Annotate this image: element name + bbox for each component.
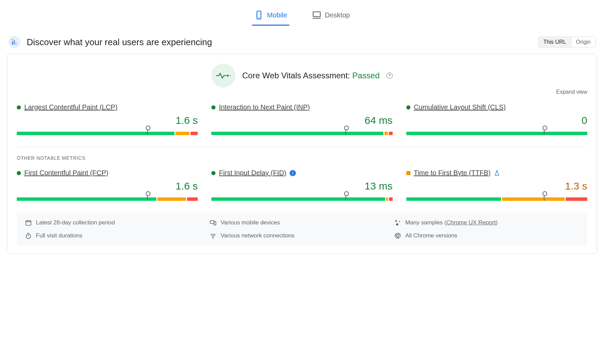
crux-report-link[interactable]: Chrome UX Report <box>446 219 496 226</box>
metric-ttfb-name[interactable]: Time to First Byte (TTFB) <box>414 169 491 177</box>
status-dot-icon <box>17 171 21 175</box>
metric-lcp-gauge <box>17 127 198 135</box>
svg-rect-6 <box>16 42 17 44</box>
status-dot-icon <box>211 105 215 109</box>
crux-badge-icon <box>8 36 21 48</box>
metric-ttfb-value: 1.3 s <box>406 180 587 192</box>
metric-lcp: Largest Contentful Paint (LCP) 1.6 s <box>17 103 198 135</box>
metric-fcp-name[interactable]: First Contentful Paint (FCP) <box>24 169 108 177</box>
stopwatch-icon <box>25 232 32 239</box>
metric-cls-gauge <box>406 127 587 135</box>
page-title: Discover what your real users are experi… <box>27 37 212 48</box>
assessment-label: Core Web Vitals Assessment: <box>242 71 352 80</box>
info-icon[interactable]: i <box>290 170 296 176</box>
tab-desktop-label: Desktop <box>325 11 350 19</box>
metric-fcp: First Contentful Paint (FCP) 1.6 s <box>17 169 198 201</box>
svg-point-17 <box>399 221 400 222</box>
chrome-icon <box>394 232 401 239</box>
wifi-icon <box>210 232 216 239</box>
mobile-icon <box>254 10 264 20</box>
metric-fcp-gauge <box>17 193 198 201</box>
svg-point-18 <box>396 223 398 226</box>
metric-cls-name[interactable]: Cumulative Layout Shift (CLS) <box>414 103 506 111</box>
metric-inp-gauge <box>211 127 392 135</box>
desktop-icon <box>312 10 321 20</box>
header-bar: Discover what your real users are experi… <box>7 36 597 54</box>
device-tabs: Mobile Desktop <box>7 7 597 26</box>
flask-icon[interactable] <box>494 170 500 176</box>
other-metrics-grid: First Contentful Paint (FCP) 1.6 s First… <box>17 169 587 201</box>
devices-icon <box>210 219 216 226</box>
info-network: Various network connections <box>210 232 394 239</box>
metric-cls-value: 0 <box>406 115 587 126</box>
tab-mobile[interactable]: Mobile <box>252 7 289 26</box>
metric-lcp-name[interactable]: Largest Contentful Paint (LCP) <box>24 103 117 111</box>
help-icon[interactable]: ? <box>386 73 393 79</box>
metric-cls: Cumulative Layout Shift (CLS) 0 <box>406 103 587 135</box>
info-devices: Various mobile devices <box>210 219 394 226</box>
metric-lcp-value: 1.6 s <box>17 115 198 126</box>
status-square-icon <box>406 171 410 175</box>
svg-point-7 <box>12 39 14 41</box>
svg-point-16 <box>395 220 397 222</box>
metric-inp-name[interactable]: Interaction to Next Paint (INP) <box>219 103 310 111</box>
info-period: Latest 28-day collection period <box>25 219 210 226</box>
pulse-icon <box>211 64 235 88</box>
tab-desktop[interactable]: Desktop <box>310 7 352 26</box>
info-footer: Latest 28-day collection period Various … <box>17 212 587 246</box>
divider <box>17 147 587 147</box>
metric-inp: Interaction to Next Paint (INP) 64 ms <box>211 103 392 135</box>
other-metrics-label: OTHER NOTABLE METRICS <box>17 155 587 161</box>
scope-toggle: This URL Origin <box>538 37 596 48</box>
metric-fid-gauge <box>211 193 392 201</box>
vitals-card: Core Web Vitals Assessment: Passed ? Exp… <box>7 54 597 254</box>
metric-fid: First Input Delay (FID) i 13 ms <box>211 169 392 201</box>
assessment-row: Core Web Vitals Assessment: Passed ? <box>17 64 587 88</box>
calendar-icon <box>25 219 32 226</box>
status-dot-icon <box>406 105 410 109</box>
samples-icon <box>394 219 401 226</box>
metric-ttfb-gauge <box>406 193 587 201</box>
svg-rect-5 <box>14 40 15 45</box>
svg-point-9 <box>229 75 231 76</box>
assessment-text: Core Web Vitals Assessment: Passed <box>242 71 380 80</box>
svg-point-8 <box>227 75 229 77</box>
svg-rect-4 <box>12 41 13 44</box>
svg-rect-2 <box>313 12 320 17</box>
metric-fcp-value: 1.6 s <box>17 180 198 192</box>
metric-inp-value: 64 ms <box>211 115 392 126</box>
info-chrome: All Chrome versions <box>394 232 579 239</box>
status-dot-icon <box>17 105 21 109</box>
svg-point-22 <box>213 238 213 238</box>
svg-rect-10 <box>26 221 31 225</box>
tab-mobile-label: Mobile <box>267 11 287 19</box>
info-samples: Many samples (Chrome UX Report) <box>394 219 579 226</box>
info-durations: Full visit durations <box>25 232 210 239</box>
metric-fid-name[interactable]: First Input Delay (FID) <box>219 169 286 177</box>
metric-ttfb: Time to First Byte (TTFB) 1.3 s <box>406 169 587 201</box>
status-dot-icon <box>211 171 215 175</box>
assessment-status: Passed <box>352 71 380 80</box>
metric-fid-value: 13 ms <box>211 180 392 192</box>
toggle-this-url[interactable]: This URL <box>539 37 571 47</box>
core-metrics-grid: Largest Contentful Paint (LCP) 1.6 s Int… <box>17 103 587 135</box>
svg-rect-14 <box>210 221 214 223</box>
expand-view-link[interactable]: Expand view <box>17 89 587 95</box>
toggle-origin[interactable]: Origin <box>571 37 595 47</box>
